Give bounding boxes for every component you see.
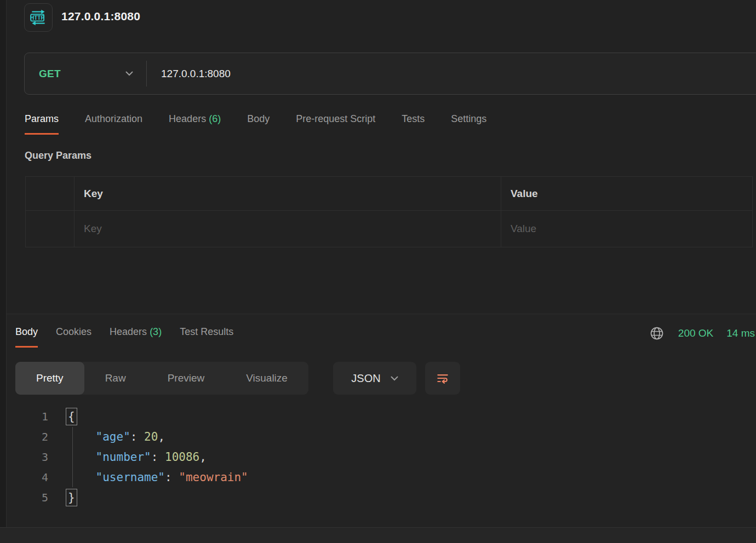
- view-pretty[interactable]: Pretty: [15, 362, 84, 395]
- line-number[interactable]: 4: [22, 471, 48, 484]
- params-key-column-header: Key: [75, 177, 501, 210]
- response-tab-cookies-label: Cookies: [56, 326, 91, 337]
- params-value-input[interactable]: [511, 223, 752, 235]
- indent-guide: [72, 427, 73, 487]
- word-wrap-icon: [436, 371, 450, 385]
- request-type-badge: HTTP: [24, 3, 53, 32]
- response-tab-test-results[interactable]: Test Results: [180, 326, 233, 346]
- response-tab-headers-count: (3): [150, 326, 162, 337]
- params-header-row: Key Value: [26, 177, 752, 210]
- response-tab-test-results-label: Test Results: [180, 326, 233, 337]
- tab-params[interactable]: Params: [25, 113, 59, 135]
- code-line: 1 {: [22, 406, 745, 426]
- format-label: JSON: [351, 372, 380, 385]
- tab-headers[interactable]: Headers (6): [169, 113, 221, 133]
- json-key-token: "age": [96, 430, 130, 443]
- response-tab-headers-label: Headers: [110, 326, 147, 337]
- wrap-lines-button[interactable]: [425, 362, 460, 395]
- json-number-token: 10086: [165, 450, 199, 464]
- url-bar: GET: [24, 53, 756, 95]
- method-label: GET: [39, 68, 61, 80]
- view-visualize[interactable]: Visualize: [225, 362, 308, 395]
- http-request-icon: HTTP: [28, 7, 49, 28]
- json-key-token: "username": [96, 471, 165, 484]
- line-number[interactable]: 2: [22, 430, 48, 443]
- status-badge[interactable]: 200 OK: [678, 327, 713, 339]
- response-tab-headers[interactable]: Headers (3): [110, 326, 162, 346]
- tab-pre-request-script-label: Pre-request Script: [296, 113, 375, 124]
- query-params-table: Key Value: [25, 176, 753, 247]
- http-client-window: HTTP 127.0.0.1:8080 GET Params Authoriza…: [0, 0, 756, 543]
- code-line: 5 }: [22, 487, 745, 507]
- open-brace-token: {: [68, 410, 75, 423]
- chevron-down-icon: [125, 71, 133, 76]
- response-body-viewer[interactable]: 1 { 2 "age": 20, 3 "number": 10086, 4 "u…: [22, 406, 745, 507]
- page-title: 127.0.0.1:8080: [61, 10, 140, 23]
- response-meta: 200 OK 14 ms: [649, 325, 755, 342]
- line-number[interactable]: 3: [22, 450, 48, 464]
- query-params-title: Query Params: [25, 150, 91, 161]
- tab-settings[interactable]: Settings: [451, 113, 486, 133]
- method-dropdown[interactable]: GET: [25, 53, 146, 94]
- params-key-cell: [75, 211, 501, 247]
- globe-icon[interactable]: [649, 325, 665, 342]
- response-tabs: Body Cookies Headers (3) Test Results: [15, 326, 233, 348]
- tab-params-label: Params: [25, 113, 59, 124]
- tab-authorization-label: Authorization: [85, 113, 142, 124]
- format-dropdown[interactable]: JSON: [333, 362, 416, 395]
- response-tab-body-label: Body: [15, 326, 38, 337]
- bottom-status-bar: [0, 527, 756, 543]
- left-rail: [0, 0, 7, 527]
- chevron-down-icon: [391, 376, 398, 381]
- params-value-column-header: Value: [501, 177, 752, 210]
- close-brace-token: }: [68, 491, 75, 504]
- json-number-token: 20: [144, 430, 158, 443]
- svg-text:HTTP: HTTP: [30, 15, 44, 21]
- view-raw[interactable]: Raw: [84, 362, 147, 395]
- response-tab-body[interactable]: Body: [15, 326, 38, 348]
- view-preview[interactable]: Preview: [147, 362, 226, 395]
- response-tab-cookies[interactable]: Cookies: [56, 326, 91, 346]
- url-input[interactable]: [147, 53, 756, 94]
- code-line: 2 "age": 20,: [22, 426, 745, 447]
- tab-tests-label: Tests: [402, 113, 425, 124]
- request-tabs: Params Authorization Headers (6) Body Pr…: [25, 113, 486, 135]
- line-number[interactable]: 1: [22, 410, 48, 423]
- tab-pre-request-script[interactable]: Pre-request Script: [296, 113, 375, 133]
- code-line: 3 "number": 10086,: [22, 447, 745, 467]
- json-key-token: "number": [96, 450, 151, 464]
- params-value-cell: [501, 211, 752, 247]
- line-number[interactable]: 5: [22, 491, 48, 504]
- response-view-switcher: Pretty Raw Preview Visualize: [15, 362, 308, 395]
- tab-tests[interactable]: Tests: [402, 113, 425, 133]
- tab-headers-count: (6): [209, 113, 221, 124]
- json-string-token: "meowrain": [179, 471, 248, 484]
- tab-settings-label: Settings: [451, 113, 486, 124]
- params-select-column-header: [26, 177, 75, 210]
- tab-body-label: Body: [247, 113, 270, 124]
- code-line: 4 "username": "meowrain": [22, 467, 745, 487]
- tab-headers-label: Headers: [169, 113, 206, 124]
- params-key-input[interactable]: [84, 223, 501, 235]
- params-row-checkbox-cell[interactable]: [26, 211, 75, 247]
- response-time-badge[interactable]: 14 ms: [726, 327, 755, 339]
- tab-authorization[interactable]: Authorization: [85, 113, 142, 133]
- tab-body[interactable]: Body: [247, 113, 270, 133]
- params-row: [26, 210, 752, 247]
